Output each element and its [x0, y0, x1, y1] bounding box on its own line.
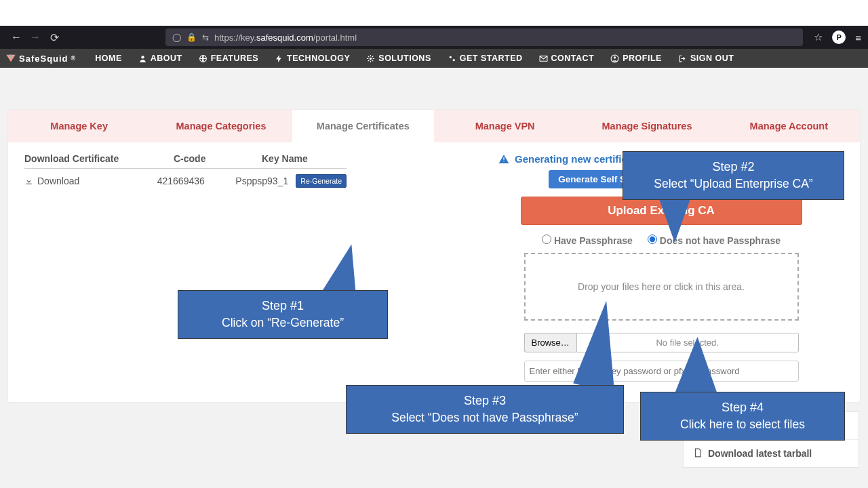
browser-toolbar: ← → ⟳ ◯ 🔒 ⇆ https://key.safesquid.com/po… — [0, 26, 868, 49]
svg-point-0 — [141, 56, 144, 58]
person-icon — [138, 54, 147, 63]
url-prefix: https://key. — [214, 33, 256, 43]
callout-4-pointer — [667, 336, 717, 397]
keyname-value: Psppsp93_1 — [235, 176, 296, 186]
nav-profile[interactable]: PROFILE — [602, 54, 670, 63]
url-host: safesquid.com — [256, 33, 313, 43]
tab-manage-categories[interactable]: Manage Categories — [150, 110, 292, 142]
menu-icon[interactable]: ≡ — [855, 32, 861, 43]
callout-step-4: Step #4Click here to select files — [640, 392, 845, 441]
user-circle-icon — [610, 54, 619, 63]
download-icon — [24, 177, 33, 186]
profile-avatar[interactable]: P — [832, 30, 846, 44]
nav-solutions[interactable]: SOLUTIONS — [358, 54, 439, 63]
callout-2-pointer — [658, 195, 692, 243]
safesquid-logo-icon — [5, 53, 16, 64]
file-dropzone[interactable]: Drop your files here or click in this ar… — [524, 253, 799, 321]
download-tarball-link[interactable]: Download latest tarball — [684, 439, 859, 467]
ccode-value: 421669436 — [157, 176, 236, 186]
file-icon — [693, 448, 703, 458]
permissions-icon: ⇆ — [202, 33, 209, 42]
tab-manage-vpn[interactable]: Manage VPN — [434, 110, 576, 142]
radio-have-passphrase[interactable]: Have Passphrase — [542, 235, 633, 246]
brand-logo[interactable]: SafeSquid® — [5, 53, 76, 64]
svg-point-2 — [370, 57, 372, 59]
sign-out-icon — [678, 54, 687, 63]
nav-features[interactable]: FEATURES — [191, 54, 267, 63]
download-certificate-link[interactable]: Download — [24, 176, 157, 186]
table-row: Download 421669436 Psppsp93_1 Re-Generat… — [24, 168, 347, 193]
alert-icon — [498, 154, 509, 165]
callout-step-1: Step #1Click on “Re-Generate” — [178, 290, 388, 339]
back-button[interactable]: ← — [7, 31, 26, 43]
th-ccode: C-code — [174, 153, 262, 164]
lock-icon: 🔒 — [186, 33, 197, 42]
shield-icon: ◯ — [172, 33, 181, 42]
tab-manage-certificates[interactable]: Manage Certificates — [292, 110, 434, 142]
callout-step-3: Step #3Select “Does not have Passphrase” — [346, 385, 624, 434]
th-download: Download Certificate — [24, 153, 174, 164]
nav-sign-out[interactable]: SIGN OUT — [670, 54, 742, 63]
nav-about[interactable]: ABOUT — [130, 54, 191, 63]
svg-point-3 — [449, 56, 451, 58]
cogs-icon — [448, 54, 456, 63]
reload-button[interactable]: ⟳ — [45, 31, 64, 44]
mail-icon — [539, 54, 548, 63]
tab-manage-key[interactable]: Manage Key — [8, 110, 150, 142]
cog-icon — [366, 54, 375, 63]
tab-manage-account[interactable]: Manage Account — [718, 110, 860, 142]
svg-point-4 — [452, 59, 454, 61]
globe-icon — [199, 54, 208, 63]
bookmark-icon[interactable]: ☆ — [814, 31, 823, 43]
callout-step-2: Step #2Select “Upload Enterprise CA” — [623, 151, 844, 200]
site-navbar: SafeSquid® HOME ABOUT FEATURES TECHNOLOG… — [0, 49, 868, 68]
address-bar[interactable]: ◯ 🔒 ⇆ https://key.safesquid.com/portal.h… — [165, 28, 803, 46]
password-input[interactable] — [524, 361, 799, 382]
th-keyname: Key Name — [262, 153, 350, 164]
bolt-icon — [275, 54, 283, 63]
nav-contact[interactable]: CONTACT — [531, 54, 603, 63]
browse-button[interactable]: Browse… — [524, 333, 576, 352]
regenerate-button[interactable]: Re-Generate — [296, 174, 347, 188]
forward-button[interactable]: → — [26, 31, 45, 43]
nav-get-started[interactable]: GET STARTED — [439, 54, 531, 63]
url-suffix: /portal.html — [313, 33, 357, 43]
tab-manage-signatures[interactable]: Manage Signatures — [576, 110, 717, 142]
nav-home[interactable]: HOME — [87, 54, 130, 63]
svg-point-6 — [614, 56, 616, 58]
nav-technology[interactable]: TECHNOLOGY — [267, 54, 358, 63]
